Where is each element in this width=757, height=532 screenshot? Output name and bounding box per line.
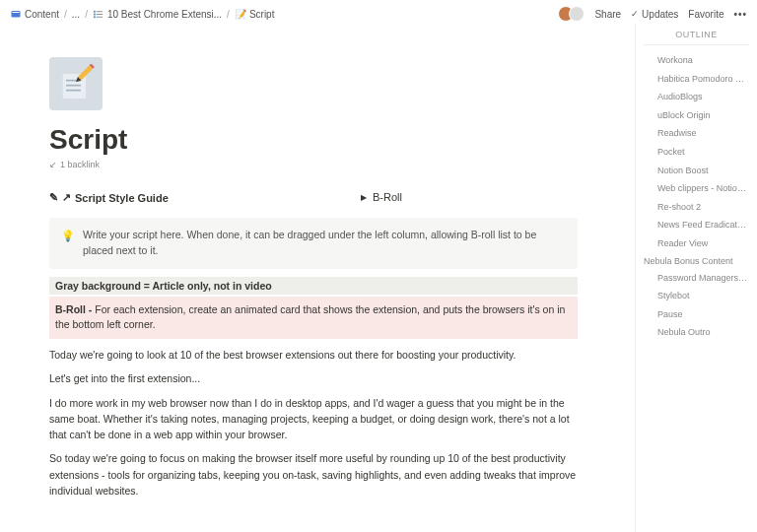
memo-pencil-icon — [56, 64, 96, 103]
lightbulb-icon: 💡 — [61, 228, 75, 259]
script-style-guide-link[interactable]: ✎ ↗ Script Style Guide — [49, 191, 341, 204]
columns: ✎ ↗ Script Style Guide ▶ B-Roll — [49, 191, 578, 204]
link-arrow-icon: ↗ — [62, 191, 71, 204]
breadcrumb-sep: / — [64, 9, 67, 20]
backlinks-button[interactable]: ↙ 1 backlink — [49, 160, 578, 169]
updates-button[interactable]: ✓ Updates — [631, 9, 678, 20]
svg-rect-5 — [97, 14, 103, 15]
outline-list: WorkonaHabitica Pomodoro Si...AudioBlogs… — [644, 51, 749, 342]
memo-icon: 📝 — [235, 8, 246, 20]
updates-label: Updates — [642, 9, 678, 20]
outline-item[interactable]: uBlock Origin — [644, 106, 749, 125]
text-block[interactable]: Let's get into the first extension... — [49, 370, 578, 386]
outline-item[interactable]: Password Managers - ... — [644, 269, 749, 288]
outline-item[interactable]: Workona — [644, 51, 749, 70]
pink-label: B-Roll - — [55, 303, 95, 315]
broll-label: B-Roll — [373, 191, 402, 203]
more-menu-button[interactable]: ••• — [733, 9, 747, 20]
svg-rect-7 — [97, 16, 103, 17]
outline-item[interactable]: Notion Boost — [644, 162, 749, 180]
svg-rect-0 — [12, 11, 21, 18]
pencil-icon: ✎ — [49, 191, 58, 204]
outline-item[interactable]: Stylebot — [644, 287, 749, 305]
style-guide-label: Script Style Guide — [75, 192, 169, 204]
pink-rest: For each extension, create an animated c… — [55, 303, 565, 331]
pink-block[interactable]: B-Roll - For each extension, create an a… — [49, 297, 578, 340]
outline-item[interactable]: Pocket — [644, 143, 749, 162]
svg-rect-2 — [94, 10, 96, 12]
top-actions: Share ✓ Updates Favorite ••• — [558, 6, 747, 22]
outline-item[interactable]: Nebula Outro — [644, 323, 749, 342]
col-left: ✎ ↗ Script Style Guide — [49, 191, 341, 204]
triangle-right-icon: ▶ — [361, 193, 367, 202]
outline-item[interactable]: Pause — [644, 305, 749, 324]
outline-item[interactable]: Reader View — [644, 234, 749, 253]
text-block[interactable]: So today we're going to focus on making … — [49, 450, 578, 499]
share-button[interactable]: Share — [594, 9, 621, 20]
callout-text: Write your script here. When done, it ca… — [83, 228, 566, 259]
breadcrumb-sep: / — [85, 9, 88, 20]
outline-item[interactable]: Web clippers - Notion... — [644, 179, 749, 198]
outline-item[interactable]: Readwise — [644, 124, 749, 143]
breadcrumb-parent[interactable]: 10 Best Chrome Extensi... — [93, 8, 222, 20]
breadcrumb-current-label: Script — [249, 9, 275, 20]
svg-rect-3 — [97, 11, 103, 12]
breadcrumb-root-label: Content — [25, 9, 59, 20]
outline-item[interactable]: Habitica Pomodoro Si... — [644, 70, 749, 89]
svg-rect-4 — [94, 13, 96, 15]
outline-item[interactable]: AudioBlogs — [644, 88, 749, 106]
page-icon[interactable] — [49, 57, 103, 110]
page-title[interactable]: Script — [49, 124, 578, 156]
gray-block[interactable]: Gray background = Article only, not in v… — [49, 277, 578, 295]
folder-icon — [10, 8, 22, 20]
breadcrumb-current[interactable]: 📝 Script — [235, 8, 275, 20]
list-icon — [93, 8, 104, 20]
breadcrumb-root[interactable]: Content — [10, 8, 59, 20]
col-right: ▶ B-Roll — [361, 191, 578, 204]
backlink-count: 1 backlink — [60, 160, 100, 169]
page-content: Script ↙ 1 backlink ✎ ↗ Script Style Gui… — [0, 28, 627, 526]
breadcrumb-sep: / — [227, 9, 230, 20]
outline-panel: OUTLINE WorkonaHabitica Pomodoro Si...Au… — [635, 24, 757, 532]
text-block[interactable]: Today we're going to look at 10 of the b… — [49, 347, 578, 363]
callout-block[interactable]: 💡 Write your script here. When done, it … — [49, 218, 578, 269]
outline-group[interactable]: Nebula Bonus Content — [644, 253, 749, 269]
avatar — [569, 6, 585, 22]
breadcrumb: Content / ... / 10 Best Chrome Extensi..… — [10, 8, 558, 20]
backlink-arrow-icon: ↙ — [49, 160, 57, 169]
breadcrumb-ellipsis[interactable]: ... — [72, 9, 80, 20]
text-block[interactable]: I do more work in my web browser now tha… — [49, 395, 578, 443]
outline-item[interactable]: News Feed Eradicator ... — [644, 216, 749, 234]
outline-title: OUTLINE — [644, 30, 749, 45]
svg-rect-6 — [94, 16, 96, 18]
favorite-button[interactable]: Favorite — [688, 9, 723, 20]
broll-toggle[interactable]: ▶ B-Roll — [361, 191, 578, 203]
check-icon: ✓ — [631, 9, 639, 19]
main-scroll[interactable]: Script ↙ 1 backlink ✎ ↗ Script Style Gui… — [0, 28, 627, 532]
svg-rect-1 — [13, 12, 20, 13]
outline-item[interactable]: Re-shoot 2 — [644, 198, 749, 217]
avatar-stack[interactable] — [558, 6, 585, 22]
breadcrumb-parent-label: 10 Best Chrome Extensi... — [107, 9, 222, 20]
